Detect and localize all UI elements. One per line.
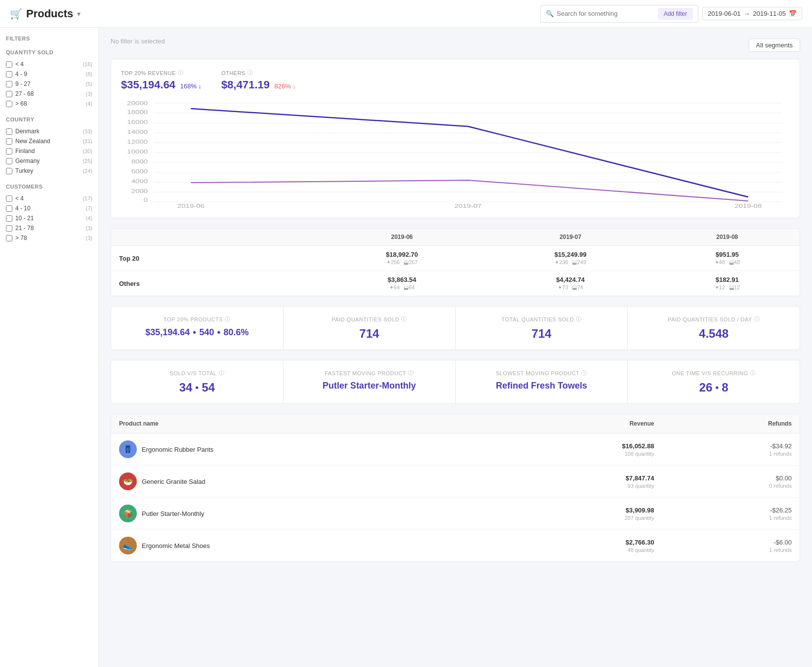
stat-top20-products: TOP 20% PRODUCTS ⓘ $35,194.64 • 540 • 80… [111, 307, 283, 350]
info-icon[interactable]: ⓘ [225, 315, 231, 323]
chart-area: 20000 18000 16000 14000 12000 10000 8000… [121, 99, 790, 208]
sold-vs-total-sold: 34 [179, 381, 193, 394]
info-icon[interactable]: ⓘ [576, 315, 582, 323]
filter-item: New Zealand (31) [6, 136, 92, 146]
stat-paid-qty-day: PAID QUANTITIES SOLD / DAY ⓘ 4.548 [628, 307, 800, 350]
product-avatar: 📦 [119, 505, 137, 522]
product-avatar: 👖 [119, 440, 137, 458]
main-content: No filter is selected All segments TOP 2… [99, 28, 812, 667]
top20-products-revenue: $35,194.64 [145, 327, 190, 338]
filter-item: > 78 (3) [6, 233, 92, 243]
col-header-aug: 2019-08 [655, 229, 800, 246]
date-range[interactable]: 2019-06-01 → 2019-11-05 📅 [702, 7, 802, 20]
svg-text:0: 0 [144, 197, 148, 203]
filter-item: 9 - 27 (5) [6, 79, 92, 89]
country-title: COUNTRY [6, 117, 92, 122]
filter-checkbox[interactable] [6, 205, 12, 212]
svg-text:2019-06: 2019-06 [177, 203, 204, 208]
stats-row-2: SOLD V/S TOTAL ⓘ 34 • 54 FASTEST MOVING … [111, 360, 800, 404]
layout: FILTERS QUANTITY SOLD < 4 (16) 4 - 9 (8)… [0, 28, 812, 667]
filter-item: 4 - 9 (8) [6, 69, 92, 79]
filter-item: 10 - 21 (4) [6, 213, 92, 223]
filter-checkbox[interactable] [6, 81, 12, 87]
filter-checkbox[interactable] [6, 101, 12, 107]
table-row: 👖 Ergonomic Rubber Pants $16,052.88 108 … [111, 433, 800, 466]
stats-row-1: TOP 20% PRODUCTS ⓘ $35,194.64 • 540 • 80… [111, 306, 800, 350]
svg-text:2019-08: 2019-08 [734, 203, 762, 208]
total-qty-value: 714 [466, 327, 618, 341]
filter-checkbox[interactable] [6, 235, 12, 241]
info-icon[interactable]: ⓘ [219, 369, 225, 377]
comparison-table-card: 2019-06 2019-07 2019-08 Top 20 $18,992.7… [111, 228, 800, 296]
chart-header: TOP 20% REVENUE ⓘ $35,194.64 168% ↓ OTHE… [121, 69, 790, 91]
filter-label[interactable]: 4 - 10 [6, 205, 31, 212]
filter-item: 27 - 68 (3) [6, 89, 92, 99]
svg-text:2019-07: 2019-07 [454, 203, 482, 208]
header-center: 🔍 Add filter 2019-06-01 → 2019-11-05 📅 [540, 5, 802, 23]
info-icon[interactable]: ⓘ [401, 315, 407, 323]
filter-checkbox[interactable] [6, 158, 12, 164]
filter-checkbox[interactable] [6, 148, 12, 155]
product-refunds: -$6.00 1 refunds [662, 530, 800, 562]
info-icon[interactable]: ⓘ [754, 315, 760, 323]
top20-change: 168% ↓ [180, 82, 202, 90]
filter-label[interactable]: < 4 [6, 195, 24, 202]
cell-top20-aug: $951.95 ✦48 ⬓48 [655, 246, 800, 271]
filter-label[interactable]: Denmark [6, 128, 40, 135]
search-input[interactable] [557, 10, 658, 17]
table-row: Top 20 $18,992.70 ✦256 ⬓267 $15,249.99 ✦ [111, 246, 800, 271]
info-icon[interactable]: ⓘ [178, 69, 184, 77]
filter-checkbox[interactable] [6, 168, 12, 174]
filter-checkbox[interactable] [6, 215, 12, 222]
cart-icon: 🛒 [10, 8, 22, 20]
customers-title: CUSTOMERS [6, 184, 92, 190]
col-header-revenue: Revenue [495, 414, 662, 433]
filter-checkbox[interactable] [6, 61, 12, 68]
svg-text:16000: 16000 [127, 119, 148, 125]
page-title: Products [26, 7, 73, 20]
info-icon[interactable]: ⓘ [247, 69, 253, 77]
header: 🛒 Products ▾ 🔍 Add filter 2019-06-01 → 2… [0, 0, 812, 28]
filter-checkbox[interactable] [6, 91, 12, 97]
product-name-cell: 👖 Ergonomic Rubber Pants [111, 433, 495, 466]
table-row: Others $3,863.54 ✦64 ⬓64 $4,424.74 ✦73 [111, 271, 800, 296]
filter-item: Finland (30) [6, 146, 92, 156]
all-segments-button[interactable]: All segments [749, 39, 800, 52]
filter-checkbox[interactable] [6, 138, 12, 145]
filter-label[interactable]: 4 - 9 [6, 71, 27, 78]
product-revenue: $16,052.88 108 quantity [495, 433, 662, 466]
onetime-value: 26 [699, 381, 713, 394]
filter-label[interactable]: 9 - 27 [6, 80, 31, 87]
filter-checkbox[interactable] [6, 128, 12, 135]
filter-label[interactable]: > 68 [6, 100, 27, 107]
paid-qty-value: 714 [293, 327, 446, 341]
add-filter-button[interactable]: Add filter [658, 8, 693, 20]
product-avatar: 🥗 [119, 472, 137, 490]
filter-label[interactable]: > 78 [6, 235, 27, 241]
stat-onetime-vs-recurring: ONE TIME V/S RECURRING ⓘ 26 • 8 [628, 360, 800, 403]
info-icon[interactable]: ⓘ [581, 369, 587, 377]
filter-checkbox[interactable] [6, 225, 12, 232]
filter-label[interactable]: Germany [6, 157, 40, 164]
filter-label[interactable]: 21 - 78 [6, 225, 34, 232]
filter-checkbox[interactable] [6, 71, 12, 78]
filter-label[interactable]: < 4 [6, 61, 24, 68]
sidebar: FILTERS QUANTITY SOLD < 4 (16) 4 - 9 (8)… [0, 28, 99, 667]
info-icon[interactable]: ⓘ [408, 369, 414, 377]
stat-paid-qty-sold: PAID QUANTITIES SOLD ⓘ 714 [284, 307, 455, 350]
product-refunds: -$34.92 1 refunds [662, 433, 800, 466]
filter-label[interactable]: Turkey [6, 167, 33, 174]
chevron-down-icon[interactable]: ▾ [77, 10, 81, 18]
top20-products-count: 540 [199, 327, 214, 338]
filter-label[interactable]: New Zealand [6, 138, 50, 145]
top20-products-pct: 80.6% [223, 327, 248, 338]
product-refunds: $0.00 0 refunds [662, 466, 800, 498]
top20-metric: TOP 20% REVENUE ⓘ $35,194.64 168% ↓ [121, 69, 202, 91]
others-metric: OTHERS ⓘ $8,471.19 826% ↓ [221, 69, 296, 91]
filter-label[interactable]: 27 - 68 [6, 90, 34, 97]
filter-checkbox[interactable] [6, 196, 12, 202]
info-icon[interactable]: ⓘ [750, 369, 756, 377]
filter-label[interactable]: Finland [6, 148, 35, 155]
calendar-icon: 📅 [789, 10, 797, 17]
filter-label[interactable]: 10 - 21 [6, 215, 34, 222]
